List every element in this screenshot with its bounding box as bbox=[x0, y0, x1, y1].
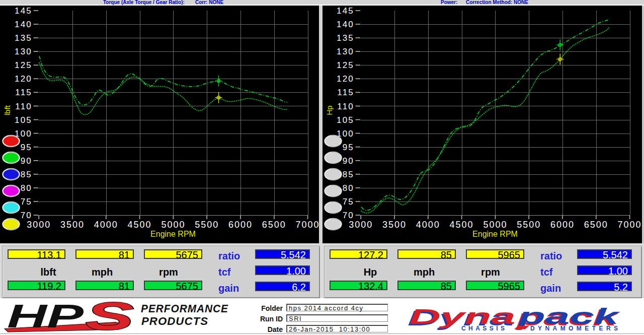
svg-text:145: 145 bbox=[337, 6, 354, 16]
svg-text:Engine RPM: Engine RPM bbox=[150, 230, 196, 238]
svg-text:Hp: Hp bbox=[325, 105, 334, 115]
svg-text:lbft: lbft bbox=[3, 105, 12, 115]
svg-text:85: 85 bbox=[21, 170, 32, 179]
svg-text:6500: 6500 bbox=[262, 220, 286, 230]
svg-text:HP: HP bbox=[7, 298, 84, 334]
svg-text:95: 95 bbox=[21, 143, 32, 152]
svg-text:135: 135 bbox=[15, 33, 32, 43]
svg-text:PRODUCTS: PRODUCTS bbox=[141, 315, 208, 327]
svg-text:6000: 6000 bbox=[550, 220, 575, 230]
svg-text:5500: 5500 bbox=[195, 220, 219, 230]
svg-text:7000: 7000 bbox=[296, 220, 320, 230]
svg-text:110: 110 bbox=[15, 102, 32, 111]
svg-text:105: 105 bbox=[337, 115, 354, 125]
svg-text:140: 140 bbox=[15, 20, 32, 29]
svg-text:5000: 5000 bbox=[483, 220, 507, 230]
svg-text:75: 75 bbox=[343, 197, 354, 207]
svg-text:85: 85 bbox=[343, 170, 354, 179]
svg-text:125: 125 bbox=[337, 60, 354, 70]
svg-text:90: 90 bbox=[21, 156, 32, 166]
svg-text:7000: 7000 bbox=[618, 220, 642, 230]
svg-text:130: 130 bbox=[15, 47, 32, 56]
svg-text:130: 130 bbox=[337, 47, 354, 56]
svg-text:120: 120 bbox=[15, 74, 32, 84]
svg-text:115: 115 bbox=[15, 88, 32, 97]
svg-text:5500: 5500 bbox=[517, 220, 541, 230]
svg-text:4000: 4000 bbox=[416, 220, 440, 230]
svg-text:PERFORMANCE: PERFORMANCE bbox=[141, 302, 228, 315]
svg-text:3000: 3000 bbox=[27, 220, 51, 230]
svg-text:115: 115 bbox=[337, 88, 354, 97]
svg-text:80: 80 bbox=[343, 183, 354, 193]
svg-text:6000: 6000 bbox=[228, 220, 253, 230]
svg-text:125: 125 bbox=[15, 60, 32, 70]
svg-text:140: 140 bbox=[337, 20, 354, 29]
svg-text:Engine RPM: Engine RPM bbox=[472, 230, 518, 238]
svg-text:5000: 5000 bbox=[161, 220, 185, 230]
svg-text:95: 95 bbox=[343, 143, 354, 152]
svg-text:S: S bbox=[86, 298, 134, 335]
svg-text:105: 105 bbox=[15, 115, 32, 125]
svg-text:4000: 4000 bbox=[94, 220, 118, 230]
svg-text:4500: 4500 bbox=[128, 220, 152, 230]
svg-text:110: 110 bbox=[337, 102, 354, 111]
svg-text:6500: 6500 bbox=[584, 220, 608, 230]
svg-text:80: 80 bbox=[21, 183, 32, 193]
svg-text:3500: 3500 bbox=[382, 220, 407, 230]
svg-text:145: 145 bbox=[15, 6, 32, 16]
svg-text:70: 70 bbox=[21, 211, 32, 220]
svg-text:75: 75 bbox=[21, 197, 32, 207]
svg-text:4500: 4500 bbox=[450, 220, 474, 230]
svg-text:90: 90 bbox=[343, 156, 354, 166]
svg-text:3000: 3000 bbox=[349, 220, 373, 230]
svg-text:135: 135 bbox=[337, 33, 354, 43]
svg-text:120: 120 bbox=[337, 74, 354, 84]
svg-text:3500: 3500 bbox=[60, 220, 85, 230]
svg-text:70: 70 bbox=[343, 211, 354, 220]
